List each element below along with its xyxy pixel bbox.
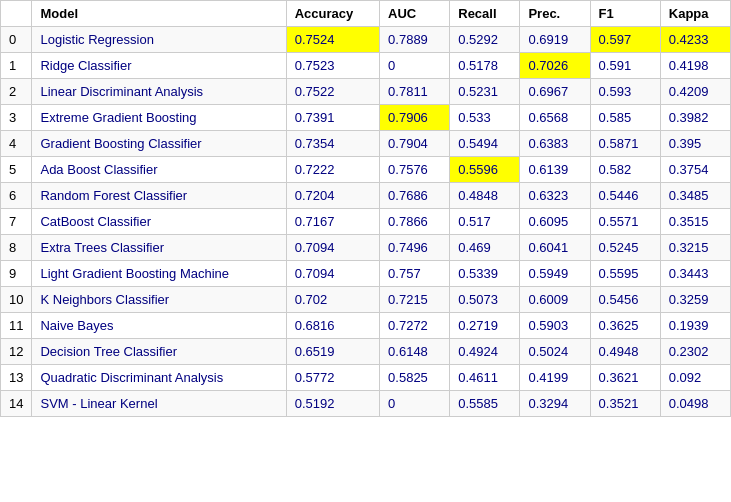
cell-accuracy: 0.6816 — [286, 313, 379, 339]
cell-kappa: 0.3982 — [660, 105, 730, 131]
cell-f1: 0.5245 — [590, 235, 660, 261]
cell-recall: 0.4924 — [450, 339, 520, 365]
cell-kappa: 0.3515 — [660, 209, 730, 235]
table-row: 5Ada Boost Classifier0.72220.75760.55960… — [1, 157, 731, 183]
column-header-6: F1 — [590, 1, 660, 27]
column-header-7: Kappa — [660, 1, 730, 27]
model-name: Linear Discriminant Analysis — [32, 79, 286, 105]
cell-prec: 0.6041 — [520, 235, 590, 261]
cell-prec: 0.6323 — [520, 183, 590, 209]
column-header-5: Prec. — [520, 1, 590, 27]
cell-kappa: 0.4209 — [660, 79, 730, 105]
cell-kappa: 0.2302 — [660, 339, 730, 365]
table-row: 12Decision Tree Classifier0.65190.61480.… — [1, 339, 731, 365]
row-index: 11 — [1, 313, 32, 339]
row-index: 1 — [1, 53, 32, 79]
cell-recall: 0.5178 — [450, 53, 520, 79]
table-row: 4Gradient Boosting Classifier0.73540.790… — [1, 131, 731, 157]
column-header-4: Recall — [450, 1, 520, 27]
row-index: 2 — [1, 79, 32, 105]
cell-f1: 0.5446 — [590, 183, 660, 209]
cell-accuracy: 0.7354 — [286, 131, 379, 157]
cell-auc: 0.5825 — [380, 365, 450, 391]
model-name: Logistic Regression — [32, 27, 286, 53]
cell-accuracy: 0.7524 — [286, 27, 379, 53]
model-name: CatBoost Classifier — [32, 209, 286, 235]
cell-prec: 0.5903 — [520, 313, 590, 339]
cell-prec: 0.6919 — [520, 27, 590, 53]
cell-recall: 0.469 — [450, 235, 520, 261]
table-row: 2Linear Discriminant Analysis0.75220.781… — [1, 79, 731, 105]
model-name: Light Gradient Boosting Machine — [32, 261, 286, 287]
cell-auc: 0.7272 — [380, 313, 450, 339]
cell-kappa: 0.4198 — [660, 53, 730, 79]
cell-accuracy: 0.7391 — [286, 105, 379, 131]
row-index: 14 — [1, 391, 32, 417]
model-name: Extreme Gradient Boosting — [32, 105, 286, 131]
table-row: 11Naive Bayes0.68160.72720.27190.59030.3… — [1, 313, 731, 339]
row-index: 12 — [1, 339, 32, 365]
cell-prec: 0.5949 — [520, 261, 590, 287]
cell-kappa: 0.3215 — [660, 235, 730, 261]
cell-f1: 0.593 — [590, 79, 660, 105]
cell-f1: 0.585 — [590, 105, 660, 131]
cell-f1: 0.3521 — [590, 391, 660, 417]
cell-f1: 0.5595 — [590, 261, 660, 287]
table-row: 9Light Gradient Boosting Machine0.70940.… — [1, 261, 731, 287]
column-header-2: Accuracy — [286, 1, 379, 27]
cell-kappa: 0.3259 — [660, 287, 730, 313]
cell-prec: 0.6009 — [520, 287, 590, 313]
cell-auc: 0.7576 — [380, 157, 450, 183]
cell-f1: 0.3621 — [590, 365, 660, 391]
cell-auc: 0 — [380, 391, 450, 417]
cell-recall: 0.5292 — [450, 27, 520, 53]
row-index: 5 — [1, 157, 32, 183]
model-name: Naive Bayes — [32, 313, 286, 339]
cell-recall: 0.4848 — [450, 183, 520, 209]
cell-f1: 0.597 — [590, 27, 660, 53]
cell-prec: 0.6139 — [520, 157, 590, 183]
table-row: 7CatBoost Classifier0.71670.78660.5170.6… — [1, 209, 731, 235]
model-name: Quadratic Discriminant Analysis — [32, 365, 286, 391]
cell-prec: 0.4199 — [520, 365, 590, 391]
table-row: 3Extreme Gradient Boosting0.73910.79060.… — [1, 105, 731, 131]
row-index: 4 — [1, 131, 32, 157]
cell-f1: 0.591 — [590, 53, 660, 79]
cell-f1: 0.5456 — [590, 287, 660, 313]
cell-auc: 0.757 — [380, 261, 450, 287]
cell-auc: 0.7496 — [380, 235, 450, 261]
cell-f1: 0.3625 — [590, 313, 660, 339]
table-row: 13Quadratic Discriminant Analysis0.57720… — [1, 365, 731, 391]
cell-kappa: 0.0498 — [660, 391, 730, 417]
cell-kappa: 0.1939 — [660, 313, 730, 339]
table-row: 6Random Forest Classifier0.72040.76860.4… — [1, 183, 731, 209]
column-header-0 — [1, 1, 32, 27]
model-name: SVM - Linear Kernel — [32, 391, 286, 417]
cell-prec: 0.6383 — [520, 131, 590, 157]
model-name: Random Forest Classifier — [32, 183, 286, 209]
row-index: 3 — [1, 105, 32, 131]
cell-prec: 0.7026 — [520, 53, 590, 79]
cell-accuracy: 0.702 — [286, 287, 379, 313]
cell-accuracy: 0.7094 — [286, 235, 379, 261]
cell-recall: 0.517 — [450, 209, 520, 235]
table-row: 1Ridge Classifier0.752300.51780.70260.59… — [1, 53, 731, 79]
cell-recall: 0.2719 — [450, 313, 520, 339]
cell-f1: 0.5571 — [590, 209, 660, 235]
cell-auc: 0.7215 — [380, 287, 450, 313]
cell-kappa: 0.4233 — [660, 27, 730, 53]
cell-accuracy: 0.7167 — [286, 209, 379, 235]
cell-accuracy: 0.7523 — [286, 53, 379, 79]
model-name: Decision Tree Classifier — [32, 339, 286, 365]
cell-f1: 0.5871 — [590, 131, 660, 157]
row-index: 7 — [1, 209, 32, 235]
column-header-1: Model — [32, 1, 286, 27]
cell-auc: 0 — [380, 53, 450, 79]
cell-recall: 0.5339 — [450, 261, 520, 287]
cell-accuracy: 0.7204 — [286, 183, 379, 209]
cell-auc: 0.7811 — [380, 79, 450, 105]
cell-auc: 0.6148 — [380, 339, 450, 365]
cell-recall: 0.5231 — [450, 79, 520, 105]
cell-kappa: 0.092 — [660, 365, 730, 391]
cell-kappa: 0.3485 — [660, 183, 730, 209]
